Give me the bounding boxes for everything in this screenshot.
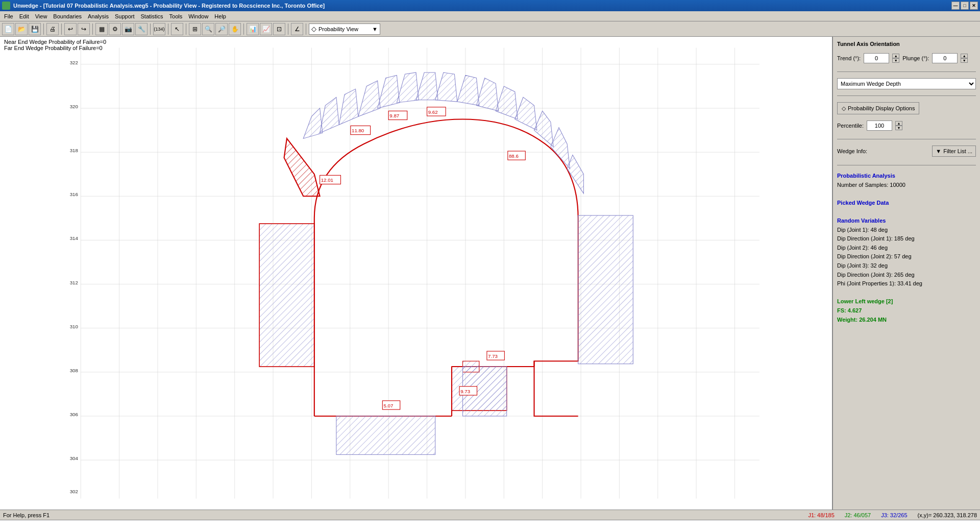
left-wall-wedge [259, 224, 314, 367]
label-text-1201: 12.01 [321, 177, 333, 183]
plunge-spin-up[interactable]: ▲ [961, 54, 968, 58]
prob-display-icon: ◇ [842, 105, 846, 112]
prob-display-button[interactable]: ◇ Probability Display Options [837, 102, 919, 114]
trend-row: Trend (°): ▲ ▼ Plunge (°): ▲ ▼ [837, 53, 976, 63]
line-chart-button[interactable]: 📈 [260, 23, 272, 35]
dip-dir-joint3: Dip Direction (Joint 3): 265 deg [837, 271, 976, 280]
trend-spin-down[interactable]: ▼ [892, 58, 899, 63]
dip-joint1: Dip (Joint 1): 48 deg [837, 226, 976, 235]
angle-button[interactable]: ∠ [291, 23, 303, 35]
samples-button[interactable]: (134) [153, 23, 165, 35]
zoom-in-button[interactable]: 🔍 [202, 23, 214, 35]
menu-statistics[interactable]: Statistics [138, 12, 166, 20]
open-button[interactable]: 📂 [15, 23, 28, 35]
scatter-button[interactable]: ⊡ [273, 23, 285, 35]
sample-count-label: (134) [154, 27, 164, 32]
view-dropdown[interactable]: ◇ Probability View ▼ [309, 23, 380, 35]
near-end-info: Near End Wedge Probability of Failure=0 [4, 39, 106, 45]
percentile-spinner: ▲ ▼ [895, 121, 902, 130]
grid-button[interactable]: ▦ [95, 23, 108, 35]
close-button[interactable]: ✕ [970, 2, 978, 10]
ruler-y-320: 320 [70, 104, 79, 109]
ruler-y-316: 316 [70, 191, 78, 197]
fit-button[interactable]: ⊞ [189, 23, 201, 35]
menu-tools[interactable]: Tools [166, 12, 186, 20]
tunnel-outline [314, 119, 578, 416]
menu-boundaries[interactable]: Boundaries [50, 12, 85, 20]
camera-button[interactable]: 📷 [122, 23, 134, 35]
plunge-input[interactable] [932, 53, 958, 63]
menu-edit[interactable]: Edit [16, 12, 32, 20]
trend-spinner: ▲ ▼ [892, 54, 899, 63]
depth-dropdown[interactable]: Maximum Wedge Depth [837, 78, 976, 89]
ruler-y-312: 312 [70, 280, 78, 285]
menu-support[interactable]: Support [112, 12, 138, 20]
percentile-spin-up[interactable]: ▲ [895, 121, 902, 126]
arch-wedge-3 [339, 89, 358, 125]
title-bar: Unwedge - [Tutorial 07 Probabilistic Ana… [0, 0, 980, 11]
chart-button[interactable]: 📊 [247, 23, 259, 35]
plunge-spinner: ▲ ▼ [961, 54, 968, 63]
picked-wedge-title: Picked Wedge Data [837, 199, 976, 208]
maximize-button[interactable]: □ [961, 2, 969, 10]
bottom-search-input[interactable] [0, 521, 980, 531]
phi-joint: Phi (Joint Properties 1): 33.41 deg [837, 279, 976, 288]
save-button[interactable]: 💾 [29, 23, 41, 35]
zoom-out-button[interactable]: 🔎 [215, 23, 228, 35]
help-text: For Help, press F1 [3, 512, 808, 518]
undo-button[interactable]: ↩ [64, 23, 77, 35]
status-j1: J1: 48/185 [808, 512, 834, 518]
redo-button[interactable]: ↪ [78, 23, 90, 35]
weight-value: Weight: 26.204 MN [837, 316, 976, 325]
title-text: Unwedge - [Tutorial 07 Probabilistic Ana… [2, 2, 325, 10]
wedge-info-content: Probabilistic Analysis Number of Samples… [837, 172, 976, 324]
arch-wedge-4 [358, 81, 380, 116]
ruler-y-302: 302 [70, 489, 78, 494]
status-bar: For Help, press F1 J1: 48/185 J2: 46/057… [0, 510, 980, 520]
bottom-center-wedge [336, 416, 435, 454]
print-button[interactable]: 🖨 [46, 23, 59, 35]
new-button[interactable]: 📄 [2, 23, 14, 35]
main-canvas-svg[interactable]: 322 320 318 316 314 312 310 308 306 304 … [0, 37, 832, 510]
toolbar-sep6 [186, 23, 186, 35]
right-panel: Tunnel Axis Orientation Trend (°): ▲ ▼ P… [832, 37, 980, 510]
filter-icon: ▼ [936, 148, 941, 154]
red-wedge-upper-left [284, 138, 320, 196]
menu-file[interactable]: File [1, 12, 16, 20]
arch-wedge-7 [416, 73, 438, 100]
arch-wedge-11 [496, 86, 518, 119]
tool-button[interactable]: 🔧 [135, 23, 148, 35]
view-options-button[interactable]: ⚙ [109, 23, 121, 35]
menu-bar: File Edit View Boundaries Analysis Suppo… [0, 11, 980, 21]
wedge-info-header: Wedge Info: ▼ Filter List ... [837, 146, 976, 157]
canvas-area[interactable]: Near End Wedge Probability of Failure=0 … [0, 37, 832, 510]
view-dropdown-label: Probability View [318, 26, 358, 32]
percentile-spin-down[interactable]: ▼ [895, 126, 902, 130]
arch-wedge-2 [320, 97, 339, 133]
percentile-input[interactable] [867, 120, 892, 131]
fs-value: FS: 4.627 [837, 306, 976, 316]
cursor-button[interactable]: ↖ [171, 23, 183, 35]
toolbar-sep3 [92, 23, 93, 35]
minimize-button[interactable]: — [951, 2, 960, 10]
menu-view[interactable]: View [32, 12, 51, 20]
pan-button[interactable]: ✋ [229, 23, 241, 35]
search-area [0, 520, 980, 531]
dip-joint3: Dip (Joint 3): 32 deg [837, 261, 976, 271]
filter-list-button[interactable]: ▼ Filter List ... [932, 146, 976, 157]
trend-input[interactable] [864, 53, 889, 63]
dip-joint2: Dip (Joint 2): 46 deg [837, 244, 976, 253]
menu-window[interactable]: Window [185, 12, 211, 20]
arch-wedge-9 [457, 75, 479, 105]
plunge-spin-down[interactable]: ▼ [961, 58, 968, 63]
divider-2 [837, 95, 976, 96]
status-xy: (x,y)= 260.323, 318.278 [918, 512, 977, 518]
arch-wedge-14 [551, 128, 570, 169]
menu-help[interactable]: Help [211, 12, 229, 20]
window-controls: — □ ✕ [951, 2, 978, 10]
arch-wedge-13 [534, 111, 554, 147]
menu-analysis[interactable]: Analysis [85, 12, 112, 20]
prob-display-label: Probability Display Options [848, 105, 915, 111]
label-text-773: 7.73 [488, 353, 498, 359]
trend-spin-up[interactable]: ▲ [892, 54, 899, 58]
